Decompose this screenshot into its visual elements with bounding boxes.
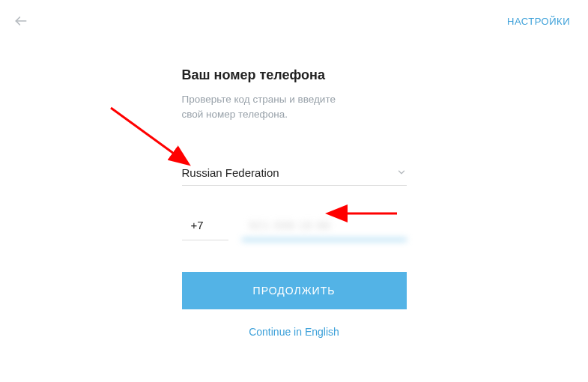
login-form: Ваш номер телефона Проверьте код страны …: [182, 67, 407, 338]
subtitle-line: Проверьте код страны и введите: [182, 94, 336, 105]
arrow-left-icon: [13, 13, 28, 28]
subtitle-line: свой номер телефона.: [182, 109, 288, 120]
page-title: Ваш номер телефона: [182, 67, 407, 83]
country-select[interactable]: Russian Federation: [182, 162, 407, 186]
page-subtitle: Проверьте код страны и введите свой номе…: [182, 92, 407, 123]
settings-link[interactable]: НАСТРОЙКИ: [507, 16, 570, 27]
svg-line-2: [111, 108, 187, 163]
country-selected-label: Russian Federation: [182, 166, 279, 179]
continue-button[interactable]: ПРОДОЛЖИТЬ: [182, 272, 407, 309]
back-button[interactable]: [13, 13, 28, 28]
language-switch-link[interactable]: Continue in English: [182, 326, 407, 338]
chevron-down-icon: [396, 167, 407, 178]
phone-code-input[interactable]: +7: [182, 214, 228, 240]
phone-number-input[interactable]: 921 098 16 88: [242, 214, 407, 240]
